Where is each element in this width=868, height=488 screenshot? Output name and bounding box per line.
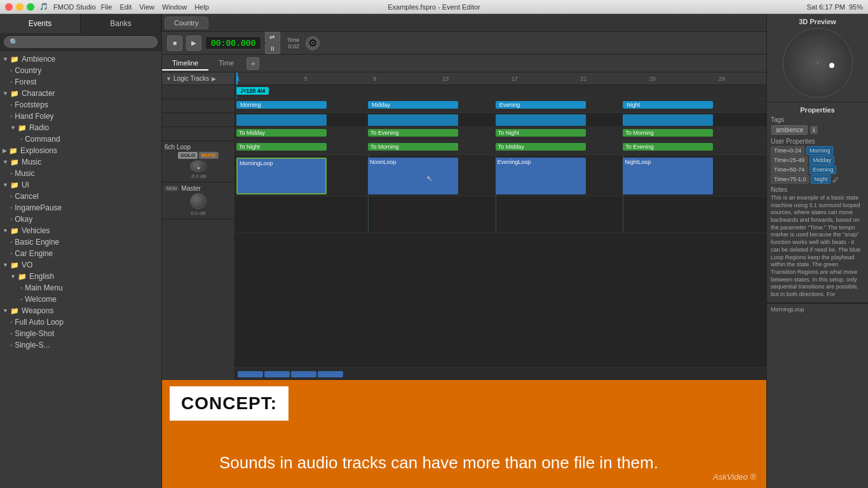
small-icon: ▪ [10, 113, 12, 119]
menu-window[interactable]: Window [162, 3, 187, 11]
ruler-9: 9 [373, 76, 376, 82]
loop-button-top[interactable]: ⇄ [265, 32, 280, 43]
sidebar-item-label: Ambience [22, 55, 55, 64]
settings-button[interactable]: ⚙ [306, 36, 320, 50]
trans-to-evening[interactable]: To Evening [368, 129, 458, 137]
tab-time[interactable]: Time [208, 57, 244, 71]
master-row: MON Master [165, 185, 201, 192]
sidebar-item-single-s[interactable]: ▪ Single-S... [0, 339, 161, 351]
trans-to-midday[interactable]: To Midday [236, 129, 327, 137]
sidebar-item-english[interactable]: ▼ 📁 English [0, 271, 161, 282]
sidebar-item-vo[interactable]: ▼ 📁 VO [0, 259, 161, 271]
mute-button[interactable]: MUTE [199, 152, 219, 159]
prop-row-1: Time=25-49 Midday [771, 156, 864, 165]
sidebar-item-full-auto-loop[interactable]: ▪ Full Auto Loop [0, 316, 161, 328]
window-controls[interactable] [5, 3, 34, 11]
menu-edit[interactable]: Edit [119, 3, 132, 11]
ruler-21: 21 [580, 76, 587, 82]
trans-to-midday-2[interactable]: To Midday [496, 143, 586, 151]
prop-row-0: Time=0-24 Morning [771, 146, 864, 155]
sidebar-item-okay[interactable]: ▪ Okay [0, 214, 161, 225]
state-night[interactable]: Night [623, 101, 713, 109]
state-midday[interactable]: Midday [368, 101, 458, 109]
sidebar-item-car-engine[interactable]: ▪ Car Engine [0, 248, 161, 259]
mini-clip-2 [264, 371, 290, 377]
play-button[interactable]: ▶ [186, 36, 201, 51]
menu-help[interactable]: Help [194, 3, 209, 11]
small-icon: ▪ [20, 136, 22, 142]
evening-loop-clip[interactable]: EveningLoop [496, 158, 586, 194]
solo-button[interactable]: SOLO [178, 152, 198, 159]
tab-timeline[interactable]: Timeline [162, 57, 208, 71]
tab-banks[interactable]: Banks [81, 14, 161, 33]
expand-arrow: ▼ [3, 182, 8, 188]
menu-bar[interactable]: File Edit View Window Help [101, 3, 209, 11]
tab-events[interactable]: Events [0, 14, 81, 33]
volume-knob[interactable] [190, 160, 207, 172]
master-knob[interactable] [190, 193, 207, 209]
mon-button[interactable]: MON [165, 186, 179, 191]
tag-info-button[interactable]: ℹ [810, 126, 818, 134]
add-track-button[interactable]: + [247, 57, 259, 70]
sidebar-item-footsteps[interactable]: ▪ Footsteps [0, 99, 161, 111]
sidebar-item-country[interactable]: ▪ Country [0, 65, 161, 76]
sidebar-item-ingamepause[interactable]: ▪ IngamePause [0, 202, 161, 214]
menu-view[interactable]: View [139, 3, 154, 11]
trans-to-night[interactable]: To Night [496, 129, 586, 137]
sidebar-item-basic-engine[interactable]: ▪ Basic Engine [0, 236, 161, 248]
maximize-button[interactable] [27, 3, 34, 11]
expand-arrow: ▼ [10, 273, 16, 280]
minimize-button[interactable] [16, 3, 24, 11]
folder-icon: 📁 [18, 124, 27, 132]
logic-row-2 [162, 99, 234, 113]
sidebar-item-character[interactable]: ▼ 📁 Character [0, 88, 161, 99]
sidebar-item-music-item[interactable]: ▪ Music [0, 168, 161, 179]
night-loop-clip[interactable]: NightLoop [623, 158, 713, 194]
subtitle-text: Sounds in audio tracks can have more tha… [219, 453, 658, 473]
tempo-clip[interactable]: ♩=120 4/4 [236, 87, 269, 95]
sidebar-item-welcome[interactable]: ▪ Welcome [0, 294, 161, 305]
trans-to-evening-2[interactable]: To Evening [623, 143, 713, 151]
trans-to-night-2[interactable]: To Night [236, 143, 327, 151]
prop-edit-icon[interactable]: 🖊 [832, 176, 839, 183]
loop-button-bottom[interactable]: ⏸ [265, 43, 280, 54]
small-icon: ▪ [10, 79, 12, 85]
sidebar-item-ambience[interactable]: ▼ 📁 Ambience [0, 53, 161, 65]
sidebar-tabs[interactable]: Events Banks [0, 14, 161, 33]
timeline-ruler: 1 5 9 13 17 21 25 29 [235, 72, 766, 85]
stop-button[interactable]: ■ [167, 36, 182, 51]
state-morning[interactable]: Morning [236, 101, 327, 109]
trans-to-morning[interactable]: To Morning [623, 129, 713, 137]
expand-arrow: ▼ [3, 227, 8, 234]
sidebar-item-vehicles[interactable]: ▼ 📁 Vehicles [0, 225, 161, 236]
editor-tab-country[interactable]: Country [165, 17, 208, 29]
sidebar-item-command[interactable]: ▪ Command [0, 133, 161, 145]
sidebar-item-label: Command [25, 135, 60, 144]
master-track-content [235, 196, 766, 233]
state-evening[interactable]: Evening [496, 101, 586, 109]
sidebar-item-label: UI [22, 180, 29, 189]
close-button[interactable] [5, 3, 13, 11]
logic-row-3 [162, 113, 234, 127]
sidebar-item-forest[interactable]: ▪ Forest [0, 76, 161, 88]
sidebar-item-weapons[interactable]: ▼ 📁 Weapons [0, 305, 161, 316]
sidebar-item-radio[interactable]: ▼ 📁 Radio [0, 122, 161, 133]
morning-loop-clip[interactable]: MorningLoop [236, 158, 327, 194]
sidebar-item-ui[interactable]: ▼ 📁 UI [0, 179, 161, 191]
sidebar-item-music[interactable]: ▼ 📁 Music [0, 156, 161, 168]
search-input[interactable] [4, 36, 158, 48]
preview-circle[interactable] [783, 28, 853, 98]
preview-dot [829, 63, 834, 68]
sidebar-item-main-menu[interactable]: ▪ Main Menu [0, 282, 161, 294]
sidebar-item-explosions[interactable]: ▶ 📁 Explosions [0, 145, 161, 156]
bottom-label: MorningLoop [767, 303, 868, 315]
time-display: Sat 6:17 PM [806, 3, 845, 11]
sidebar-item-single-shot[interactable]: ▪ Single-Shot [0, 328, 161, 339]
small-icon: ▪ [20, 285, 22, 291]
noon-loop-clip[interactable]: NoonLoop [368, 158, 458, 194]
trans-to-morning-2[interactable]: To Morning [368, 143, 458, 151]
menu-file[interactable]: File [101, 3, 112, 11]
grid-line-5 [496, 196, 496, 233]
sidebar-item-cancel[interactable]: ▪ Cancel [0, 191, 161, 202]
sidebar-item-hand-foley[interactable]: ▪ Hand Foley [0, 111, 161, 122]
